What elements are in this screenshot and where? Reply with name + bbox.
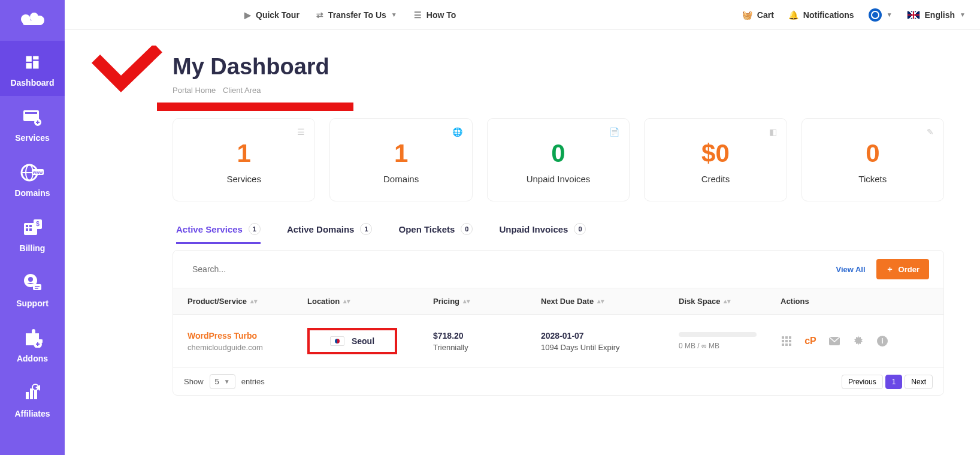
svg-rect-37 — [785, 340, 788, 342]
sidebar-item-support[interactable]: Support — [0, 261, 65, 317]
sidebar-item-label: Support — [16, 299, 49, 308]
disk-cell: 0 MB / ∞ MB — [679, 332, 781, 350]
stat-card-credits[interactable]: ◧ $0 Credits — [644, 118, 787, 201]
svg-point-24 — [28, 277, 33, 282]
sort-icon: ▴▾ — [343, 300, 350, 303]
col-due[interactable]: Next Due Date▴▾ — [541, 297, 679, 306]
gear-icon[interactable] — [852, 335, 864, 347]
cpanel-icon[interactable]: cP — [804, 335, 816, 347]
tab-open-tickets[interactable]: Open Tickets 0 — [398, 223, 473, 244]
sidebar-item-label: Domains — [14, 188, 50, 198]
product-cell[interactable]: WordPress Turbo chemicloudguide.com — [187, 331, 307, 352]
pricing-cell: $718.20 Triennially — [433, 331, 541, 352]
stat-card-domains[interactable]: 🌐 1 Domains — [329, 118, 472, 201]
howto-icon: ☰ — [414, 10, 422, 20]
apps-icon[interactable] — [781, 335, 793, 347]
tab-active-services[interactable]: Active Services 1 — [176, 223, 261, 244]
show-label: Show — [184, 377, 204, 386]
transfer-label: Transfer To Us — [328, 10, 386, 20]
svg-rect-20 — [29, 228, 32, 231]
affiliates-icon — [22, 381, 43, 405]
sort-icon: ▴▾ — [597, 300, 604, 303]
stat-card-services[interactable]: ☰ 1 Services — [173, 118, 315, 201]
location-text: Seoul — [352, 336, 374, 346]
sidebar-item-addons[interactable]: Addons — [0, 317, 65, 372]
svg-rect-5 — [33, 56, 38, 60]
notifications-link[interactable]: 🔔 Notifications — [788, 10, 854, 20]
stat-value: 0 — [814, 139, 931, 168]
stats-row: ☰ 1 Services 🌐 1 Domains 📄 0 Unpaid Invo… — [173, 118, 944, 201]
view-all-link[interactable]: View All — [836, 265, 865, 274]
stat-label: Unpaid Invoices — [500, 174, 617, 184]
file-icon: 📄 — [609, 127, 619, 137]
transfer-menu[interactable]: ⇄ Transfer To Us ▼ — [316, 10, 397, 20]
prev-button[interactable]: Previous — [842, 375, 883, 389]
panel-footer: Show 5 ▼ entries Previous 1 Next — [173, 367, 943, 395]
page-1-button[interactable]: 1 — [885, 375, 903, 389]
table-header: Product/Service▴▾ Location▴▾ Pricing▴▾ N… — [173, 288, 943, 314]
brand-logo[interactable] — [19, 11, 46, 34]
tab-unpaid-invoices[interactable]: Unpaid Invoices 0 — [499, 223, 586, 244]
col-disk[interactable]: Disk Space▴▾ — [679, 297, 781, 306]
breadcrumb-home[interactable]: Portal Home — [173, 86, 216, 95]
per-page-select[interactable]: 5 ▼ — [210, 374, 235, 389]
user-menu[interactable]: ▼ — [869, 8, 893, 22]
sort-icon: ▴▾ — [724, 300, 731, 303]
how-to-link[interactable]: ☰ How To — [414, 10, 456, 20]
next-button[interactable]: Next — [905, 375, 933, 389]
disk-bar — [679, 332, 757, 337]
cart-link[interactable]: 🧺 Cart — [742, 10, 774, 20]
sidebar-item-billing[interactable]: $ Billing — [0, 206, 65, 261]
globe-icon: 🌐 — [452, 127, 462, 137]
sidebar-item-label: Services — [15, 133, 50, 143]
transfer-icon: ⇄ — [316, 10, 323, 20]
chevron-down-icon: ▼ — [224, 378, 230, 385]
stat-card-invoices[interactable]: 📄 0 Unpaid Invoices — [487, 118, 630, 201]
topbar: ▶ Quick Tour ⇄ Transfer To Us ▼ ☰ How To… — [65, 0, 980, 30]
credit-icon: ◧ — [769, 127, 777, 137]
svg-rect-3 — [23, 20, 42, 25]
language-menu[interactable]: English ▼ — [907, 10, 966, 20]
sidebar-item-dashboard[interactable]: Dashboard — [0, 41, 65, 96]
quick-tour-link[interactable]: ▶ Quick Tour — [244, 10, 300, 20]
search-input[interactable] — [187, 261, 836, 278]
chevron-down-icon: ▼ — [887, 11, 893, 18]
entries-label: entries — [241, 377, 265, 386]
stat-label: Domains — [342, 174, 459, 184]
col-product[interactable]: Product/Service▴▾ — [187, 297, 307, 306]
svg-rect-31 — [34, 390, 37, 399]
order-label: Order — [899, 265, 919, 274]
sidebar-item-label: Affiliates — [14, 409, 50, 418]
tab-active-domains[interactable]: Active Domains 1 — [287, 223, 373, 244]
stat-label: Tickets — [814, 174, 931, 184]
page-header: My Dashboard Portal Home Client Area — [173, 54, 944, 98]
info-icon[interactable]: i — [876, 335, 888, 347]
order-button[interactable]: ＋ Order — [876, 259, 929, 279]
notifications-label: Notifications — [803, 10, 854, 20]
stat-card-tickets[interactable]: ✎ 0 Tickets — [801, 118, 944, 201]
pencil-icon: ✎ — [927, 127, 934, 137]
tab-label: Active Services — [176, 224, 243, 234]
svg-text:www: www — [32, 170, 43, 174]
chevron-down-icon: ▼ — [391, 11, 397, 18]
actions-cell: cP i — [781, 335, 929, 347]
due-cell: 2028-01-07 1094 Days Until Expiry — [541, 331, 679, 352]
table-row: WordPress Turbo chemicloudguide.com Seou… — [173, 314, 943, 367]
sidebar-item-affiliates[interactable]: Affiliates — [0, 372, 65, 427]
svg-rect-18 — [29, 225, 32, 227]
mail-icon[interactable] — [828, 335, 840, 347]
tab-count: 1 — [249, 223, 261, 235]
sidebar-item-domains[interactable]: www Domains — [0, 151, 65, 206]
breadcrumb-current: Client Area — [223, 86, 261, 95]
col-pricing[interactable]: Pricing▴▾ — [433, 297, 541, 306]
sidebar-item-services[interactable]: Services — [0, 96, 65, 151]
col-location[interactable]: Location▴▾ — [307, 297, 433, 306]
dashboard-icon — [24, 50, 41, 74]
tab-count: 0 — [574, 223, 586, 235]
location-cell-annotated: Seoul — [307, 328, 397, 354]
svg-rect-29 — [26, 392, 29, 399]
server-icon: ☰ — [297, 127, 305, 137]
svg-rect-30 — [30, 388, 33, 399]
stat-value: 1 — [342, 139, 459, 168]
svg-rect-17 — [26, 225, 28, 227]
